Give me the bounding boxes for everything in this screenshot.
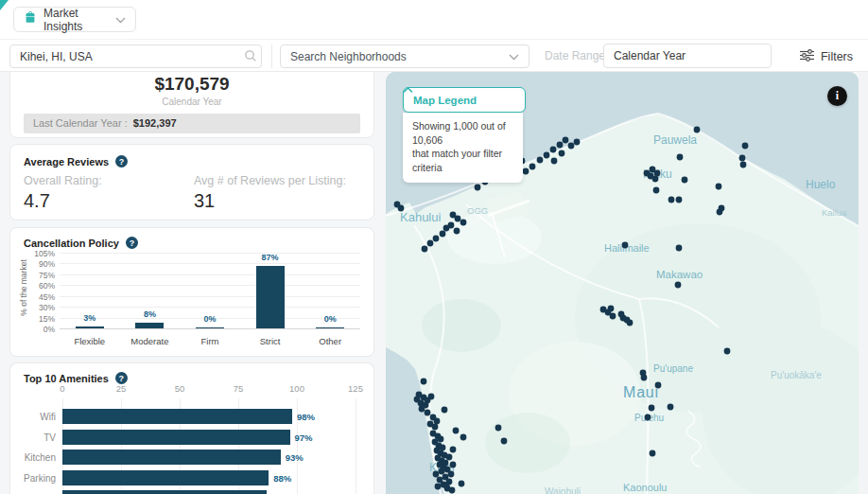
listing-dot[interactable] xyxy=(682,177,688,184)
revenue-period: Calendar Year xyxy=(10,97,373,107)
listing-dot[interactable] xyxy=(501,438,508,445)
map-legend-description: Showing 1,000 out of 10,606 that match y… xyxy=(403,113,523,183)
listing-dot[interactable] xyxy=(450,462,457,468)
bar-category-label: Parking xyxy=(10,473,56,484)
listing-dot[interactable] xyxy=(459,481,465,487)
listing-dot[interactable] xyxy=(495,425,502,432)
y-axis-tick: 75% xyxy=(10,271,55,280)
listing-dot[interactable] xyxy=(645,415,651,421)
listing-dot[interactable] xyxy=(440,445,446,451)
listing-dot[interactable] xyxy=(460,220,467,226)
listing-dot[interactable] xyxy=(644,170,651,177)
comparison-value: $192,397 xyxy=(133,117,177,129)
listing-dot[interactable] xyxy=(675,282,682,289)
y-axis-tick: 15% xyxy=(10,314,55,324)
listing-dot[interactable] xyxy=(425,410,431,416)
listing-dot[interactable] xyxy=(446,454,453,461)
market-insights-icon xyxy=(24,11,37,27)
listing-dot[interactable] xyxy=(453,428,460,434)
listing-dot[interactable] xyxy=(622,242,629,249)
listing-dot[interactable] xyxy=(574,139,581,146)
info-icon[interactable]: i xyxy=(827,86,847,106)
listing-dot[interactable] xyxy=(537,157,544,164)
listing-dot[interactable] xyxy=(432,424,439,431)
listing-dot[interactable] xyxy=(668,404,674,411)
listing-dot[interactable] xyxy=(677,154,684,161)
location-search-input[interactable] xyxy=(9,44,262,68)
listing-dot[interactable] xyxy=(652,176,659,183)
listing-dot[interactable] xyxy=(544,152,550,159)
listing-dot[interactable] xyxy=(454,228,460,235)
listing-dot[interactable] xyxy=(655,382,662,389)
neighborhood-select[interactable]: Search Neighborhoods xyxy=(280,44,529,68)
listing-dot[interactable] xyxy=(568,143,575,150)
listing-dot[interactable] xyxy=(398,205,405,212)
listing-dot[interactable] xyxy=(724,348,731,355)
listing-dot[interactable] xyxy=(676,197,683,203)
listing-dot[interactable] xyxy=(610,313,616,320)
listing-dot[interactable] xyxy=(443,225,450,232)
comparison-label: Last Calendar Year : xyxy=(33,117,128,129)
listing-dot[interactable] xyxy=(414,397,421,403)
listing-dot[interactable] xyxy=(627,320,634,326)
listing-dot[interactable] xyxy=(438,436,444,443)
listing-dot[interactable] xyxy=(450,447,457,453)
listing-dot[interactable] xyxy=(421,379,427,385)
listing-dot[interactable] xyxy=(654,170,661,177)
listing-dot[interactable] xyxy=(694,127,701,133)
listing-dot[interactable] xyxy=(742,143,749,150)
listing-dot[interactable] xyxy=(557,142,564,149)
x-axis-tick: 75 xyxy=(234,383,244,394)
listing-dot[interactable] xyxy=(428,394,435,400)
top-amenities-card: Top 10 Amenities ? 0255075100125Wifi98%T… xyxy=(9,362,374,494)
listing-dot[interactable] xyxy=(550,147,557,153)
listing-dot[interactable] xyxy=(740,162,747,168)
listing-dot[interactable] xyxy=(439,468,445,475)
help-icon[interactable]: ? xyxy=(115,155,128,168)
map-place-label: Pu'upane xyxy=(653,363,693,374)
x-axis-line xyxy=(60,328,360,329)
legend-line-1: Showing 1,000 out of 10,606 xyxy=(412,119,513,147)
listing-dot[interactable] xyxy=(676,245,683,252)
title-text: Average Reviews xyxy=(24,156,109,168)
y-axis-tick: 30% xyxy=(10,303,55,312)
listing-dot[interactable] xyxy=(442,407,448,414)
filters-button[interactable]: Filters xyxy=(800,40,853,73)
listing-dot[interactable] xyxy=(641,375,648,381)
map-canvas[interactable]: KahuluiOGGPauwelaHaikuHueloKailuaHaliima… xyxy=(386,72,859,494)
listing-dot[interactable] xyxy=(668,197,675,203)
listing-dot[interactable] xyxy=(433,236,440,242)
listing-dot[interactable] xyxy=(551,158,558,165)
listing-dot[interactable] xyxy=(435,484,442,490)
listing-dot[interactable] xyxy=(449,487,456,494)
market-insights-menu[interactable]: Market Insights xyxy=(13,7,136,32)
listing-dot[interactable] xyxy=(433,471,440,478)
listing-dot[interactable] xyxy=(434,418,441,425)
listing-dot[interactable] xyxy=(739,155,746,162)
stats-column[interactable]: $170,579 Calendar Year Last Calendar Yea… xyxy=(9,72,374,494)
listing-dot[interactable] xyxy=(717,209,723,216)
listing-dot[interactable] xyxy=(475,185,481,191)
listing-dot[interactable] xyxy=(440,231,446,238)
y-axis-tick: 105% xyxy=(10,249,55,258)
listing-dot[interactable] xyxy=(460,434,467,441)
map-place-label: Waiohuli xyxy=(545,486,581,494)
listing-dot[interactable] xyxy=(443,483,450,489)
listing-dot[interactable] xyxy=(427,240,434,247)
listing-dot[interactable] xyxy=(650,450,656,457)
map-legend-toggle[interactable]: Map Legend xyxy=(403,87,526,113)
date-range-input[interactable] xyxy=(603,44,772,68)
listing-dot[interactable] xyxy=(448,471,455,478)
listing-dot[interactable] xyxy=(559,150,565,157)
listing-dot[interactable] xyxy=(419,406,425,413)
listing-dot[interactable] xyxy=(649,405,655,412)
listing-dot[interactable] xyxy=(529,164,536,170)
listing-dot[interactable] xyxy=(455,216,461,222)
listing-dot[interactable] xyxy=(653,187,660,194)
bar-wifi xyxy=(62,409,292,424)
y-axis-label: % of the market xyxy=(19,250,28,326)
listing-dot[interactable] xyxy=(563,137,569,144)
listing-dot[interactable] xyxy=(422,246,428,253)
listing-dot[interactable] xyxy=(716,184,722,190)
listing-dot[interactable] xyxy=(618,311,625,318)
